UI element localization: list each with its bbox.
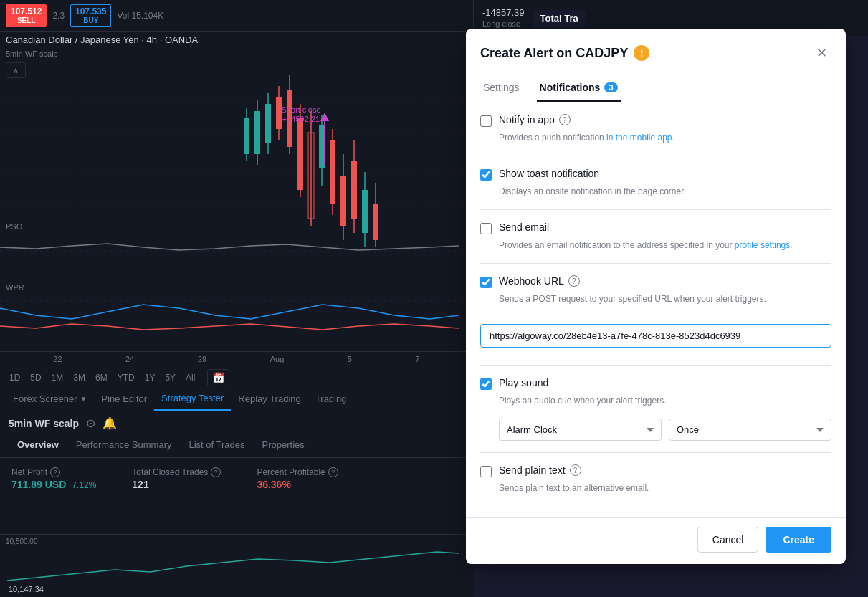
- mini-chart-area: 10,500.00 10,147.34: [0, 534, 473, 597]
- play-sound-desc: Plays an audio cue when your alert trigg…: [499, 394, 831, 407]
- send-plain-text-help-icon[interactable]: ?: [570, 464, 581, 476]
- mobile-app-link[interactable]: in the mobile app.: [606, 133, 674, 143]
- strategy-settings-icon[interactable]: ⊙: [86, 416, 95, 430]
- divider-1: [480, 156, 831, 156]
- total-trades-value: 121: [132, 479, 221, 490]
- pct-profitable-value: 36.36%: [257, 479, 338, 490]
- cancel-button[interactable]: Cancel: [697, 527, 759, 553]
- time-aug: Aug: [270, 355, 285, 363]
- webhook-label: Webhook URL ?: [499, 275, 580, 287]
- tf-5d[interactable]: 5D: [27, 371, 44, 385]
- tf-5y[interactable]: 5Y: [161, 371, 179, 385]
- time-5: 5: [348, 355, 352, 363]
- buy-badge: 107.535 BUY: [70, 4, 111, 27]
- chart-header: 107.512 SELL 2.3 107.535 BUY Vol 15.104K: [0, 0, 473, 32]
- play-sound-checkbox[interactable]: [480, 378, 492, 390]
- create-button[interactable]: Create: [766, 527, 831, 553]
- show-toast-checkbox[interactable]: [480, 169, 492, 181]
- warning-icon: !: [634, 45, 649, 61]
- tab-notifications[interactable]: Notifications 3: [537, 75, 621, 102]
- tf-ytd[interactable]: YTD: [114, 371, 138, 385]
- net-profit-help-icon: ?: [50, 467, 60, 477]
- tab-strategy-tester[interactable]: Strategy Tester: [154, 387, 231, 411]
- time-axis: 22 24 29 Aug 5 7: [0, 351, 473, 366]
- volume-label: Vol 15.104K: [117, 11, 163, 21]
- tf-3m[interactable]: 3M: [70, 371, 89, 385]
- time-29: 29: [198, 355, 206, 363]
- strategy-toolbar: 5min WF scalp ⊙ 🔔: [0, 412, 473, 435]
- dialog-title: Create Alert on CADJPY !: [480, 45, 649, 61]
- tab-pine-editor[interactable]: Pine Editor: [95, 388, 155, 410]
- top-right-price: -14857.39 Long close: [482, 7, 525, 29]
- net-profit-block: Net Profit ? 711.89 USD 7.12%: [11, 467, 96, 490]
- play-sound-label: Play sound: [499, 377, 548, 388]
- show-toast-label: Show toast notification: [499, 168, 599, 179]
- webhook-row: Webhook URL ?: [480, 275, 831, 288]
- total-tra-badge: Total Tra: [533, 10, 586, 27]
- sound-type-select[interactable]: Alarm Clock Hand Bell Chime Ding: [499, 419, 662, 441]
- send-email-row: Send email: [480, 221, 831, 234]
- send-email-label: Send email: [499, 221, 549, 233]
- divider-3: [480, 263, 831, 264]
- send-email-checkbox[interactable]: [480, 223, 492, 234]
- sell-badge: 107.512 SELL: [6, 4, 47, 27]
- notify-in-app-desc: Provides a push notification in the mobi…: [499, 131, 831, 144]
- indicator-label: 5min WF scalp: [0, 48, 473, 59]
- subtab-properties[interactable]: Properties: [254, 434, 313, 457]
- timeframe-nav: 1D 5D 1M 3M 6M YTD 1Y 5Y All 📅: [0, 366, 473, 390]
- wpr-chart: [0, 280, 473, 344]
- tab-trading[interactable]: Trading: [308, 388, 354, 410]
- tf-1m[interactable]: 1M: [48, 371, 67, 385]
- create-alert-dialog: Create Alert on CADJPY ! ✕ Settings Noti…: [466, 29, 846, 564]
- time-22: 22: [53, 355, 62, 363]
- dialog-footer: Cancel Create: [466, 517, 846, 564]
- play-sound-row: Play sound: [480, 377, 831, 390]
- tf-1y[interactable]: 1Y: [141, 371, 159, 385]
- webhook-help-icon[interactable]: ?: [568, 275, 580, 287]
- subtab-overview[interactable]: Overview: [9, 434, 67, 457]
- notifications-badge: 3: [604, 82, 617, 92]
- subtab-performance[interactable]: Performance Summary: [67, 434, 181, 457]
- send-plain-text-label: Send plain text ?: [499, 464, 581, 476]
- tf-1d[interactable]: 1D: [6, 371, 24, 385]
- show-toast-row: Show toast notification: [480, 168, 831, 181]
- tf-all[interactable]: All: [182, 371, 199, 385]
- divider-2: [480, 209, 831, 210]
- calendar-button[interactable]: 📅: [207, 369, 229, 386]
- dialog-tabs: Settings Notifications 3: [466, 75, 846, 102]
- notify-in-app-checkbox[interactable]: [480, 115, 492, 127]
- spread-value: 2.3: [52, 11, 65, 21]
- notify-in-app-help-icon[interactable]: ?: [559, 114, 571, 125]
- subtab-trades[interactable]: List of Trades: [180, 434, 253, 457]
- tab-settings[interactable]: Settings: [480, 75, 523, 102]
- profile-settings-link[interactable]: profile settings: [735, 240, 790, 250]
- close-dialog-button[interactable]: ✕: [811, 43, 831, 63]
- sub-tab-bar: Overview Performance Summary List of Tra…: [0, 434, 473, 458]
- dialog-header: Create Alert on CADJPY ! ✕: [466, 29, 846, 63]
- notify-in-app-row: Notify in app ?: [480, 114, 831, 127]
- send-email-desc: Provides an email notification to the ad…: [499, 239, 831, 252]
- svg-text:+14592.21: +14592.21: [282, 115, 320, 123]
- pct-profitable-block: Percent Profitable ? 36.36%: [257, 467, 338, 490]
- net-profit-pct: 7.12%: [72, 480, 96, 490]
- chart-title: Canadian Dollar / Japanese Yen · 4h · OA…: [0, 32, 473, 48]
- net-profit-value: 711.89 USD: [11, 479, 66, 490]
- bottom-tab-bar: Forex Screener ▼ Pine Editor Strategy Te…: [0, 387, 473, 411]
- tf-6m[interactable]: 6M: [92, 371, 111, 385]
- time-7: 7: [416, 355, 420, 363]
- total-trades-block: Total Closed Trades ? 121: [132, 467, 221, 490]
- webhook-checkbox[interactable]: [480, 277, 492, 288]
- tab-replay-trading[interactable]: Replay Trading: [231, 388, 307, 410]
- sound-dropdowns: Alarm Clock Hand Bell Chime Ding Once Tw…: [499, 419, 831, 441]
- pct-profitable-help-icon: ?: [328, 467, 338, 477]
- divider-5: [480, 452, 831, 453]
- webhook-url-input[interactable]: [480, 324, 831, 348]
- send-plain-text-checkbox[interactable]: [480, 466, 492, 477]
- send-plain-text-desc: Sends plain text to an alternative email…: [499, 482, 831, 495]
- total-trades-help-icon: ?: [211, 467, 221, 477]
- notify-in-app-label: Notify in app ?: [499, 114, 571, 125]
- strategy-alert-icon[interactable]: 🔔: [102, 416, 117, 430]
- tab-forex-screener[interactable]: Forex Screener ▼: [6, 388, 95, 410]
- send-plain-text-row: Send plain text ?: [480, 464, 831, 477]
- sound-repeat-select[interactable]: Once Twice 3 Times Until Dismissed: [669, 419, 831, 441]
